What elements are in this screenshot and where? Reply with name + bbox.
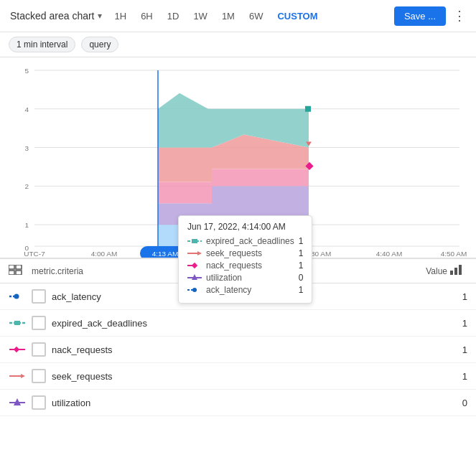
svg-rect-41 <box>9 265 14 269</box>
dropdown-icon: ▾ <box>98 11 102 21</box>
expired-icon <box>187 238 202 245</box>
tooltip-val-nack: 1 <box>299 260 304 271</box>
time-1h-button[interactable]: 1H <box>109 7 133 25</box>
tooltip-val-seek: 1 <box>299 248 304 258</box>
time-1w-button[interactable]: 1W <box>187 7 213 25</box>
toolbar: Stacked area chart ▾ 1H 6H 1D 1W 1M 6W C… <box>0 0 476 32</box>
chart-container[interactable]: 5 4 3 2 1 0 4:13 AM ✕ <box>0 57 476 258</box>
nack-value: 1 <box>439 344 467 355</box>
nack-series-icon <box>9 345 26 354</box>
tooltip-label-nack: nack_requests <box>206 260 294 271</box>
seek-series-icon <box>9 372 26 380</box>
svg-text:5: 5 <box>24 67 29 75</box>
util-icon <box>187 274 202 281</box>
grid-icon <box>9 265 23 275</box>
svg-rect-51 <box>14 321 20 325</box>
expired-series-icon <box>9 319 26 327</box>
seek-icon <box>187 250 202 257</box>
chart-tooltip: Jun 17, 2022, 4:14:00 AM expired_ack_dea… <box>178 215 312 304</box>
tooltip-val-expired: 1 <box>299 236 304 246</box>
save-button[interactable]: Save ... <box>394 6 446 26</box>
ack-latency-value: 1 <box>439 291 467 302</box>
table-row[interactable]: expired_ack_deadlines 1 <box>0 310 476 337</box>
svg-rect-46 <box>454 268 457 275</box>
svg-rect-42 <box>16 265 22 269</box>
nack-checkbox[interactable] <box>32 342 46 357</box>
bar-chart-icon <box>450 265 462 275</box>
table-header-chart <box>450 265 467 277</box>
svg-text:3: 3 <box>24 144 29 152</box>
svg-marker-55 <box>21 374 25 378</box>
table-header-value: Value <box>404 266 447 276</box>
svg-rect-45 <box>450 271 453 275</box>
util-checkbox[interactable] <box>32 395 46 410</box>
util-triangle-icon <box>9 398 25 407</box>
util-name: utilization <box>52 398 439 408</box>
svg-text:UTC-7: UTC-7 <box>24 250 45 258</box>
table-row[interactable]: seek_requests 1 <box>0 363 476 390</box>
tooltip-val-util: 0 <box>299 273 304 283</box>
tooltip-title: Jun 17, 2022, 4:14:00 AM <box>187 222 303 232</box>
seek-name: seek_requests <box>52 371 439 382</box>
nack-icon <box>187 262 202 269</box>
expired-value: 1 <box>439 318 467 329</box>
tooltip-label-expired: expired_ack_deadlines <box>206 236 294 246</box>
ack-icon <box>187 286 202 294</box>
tooltip-row-util: utilization 0 <box>187 273 303 283</box>
svg-point-49 <box>14 294 19 299</box>
interval-pill[interactable]: 1 min interval <box>9 37 75 52</box>
svg-text:4:13 AM: 4:13 AM <box>152 250 179 258</box>
svg-rect-43 <box>9 271 14 275</box>
svg-marker-34 <box>197 251 202 255</box>
time-1d-button[interactable]: 1D <box>162 7 185 25</box>
svg-text:4:50 AM: 4:50 AM <box>441 250 467 258</box>
query-pill[interactable]: query <box>81 37 118 52</box>
time-6h-button[interactable]: 6H <box>135 7 159 25</box>
ack-latency-series-icon <box>9 292 26 301</box>
nack-name: nack_requests <box>52 344 439 355</box>
chart-title-label: Stacked area chart <box>10 10 95 22</box>
time-custom-button[interactable]: CUSTOM <box>271 7 323 25</box>
tooltip-label-ack: ack_latency <box>206 285 294 295</box>
svg-rect-47 <box>459 265 462 275</box>
seek-checkbox[interactable] <box>32 369 46 383</box>
chart-title-dropdown[interactable]: Stacked area chart ▾ <box>6 7 106 24</box>
svg-rect-53 <box>14 347 19 352</box>
tooltip-row-expired: expired_ack_deadlines 1 <box>187 236 303 246</box>
table-row[interactable]: utilization 0 <box>0 390 476 416</box>
svg-text:1: 1 <box>24 221 29 229</box>
svg-text:4:00 AM: 4:00 AM <box>91 250 118 258</box>
svg-rect-36 <box>192 263 197 268</box>
seek-arrow-icon <box>9 372 25 380</box>
table-row[interactable]: nack_requests 1 <box>0 337 476 363</box>
seek-value: 1 <box>439 371 467 382</box>
util-series-icon <box>9 398 26 407</box>
nack-diamond-icon <box>9 345 25 354</box>
tooltip-label-util: utilization <box>206 273 294 283</box>
tooltip-label-seek: seek_requests <box>206 248 294 258</box>
time-1m-button[interactable]: 1M <box>216 7 241 25</box>
ack-latency-checkbox[interactable] <box>32 289 46 304</box>
svg-text:4: 4 <box>24 105 29 113</box>
expired-line-icon <box>9 319 25 327</box>
svg-rect-32 <box>192 239 197 243</box>
time-6w-button[interactable]: 6W <box>243 7 269 25</box>
expired-name: expired_ack_deadlines <box>52 318 439 329</box>
subheader-bar: 1 min interval query <box>0 32 476 57</box>
svg-rect-27 <box>305 106 311 112</box>
util-value: 0 <box>439 398 467 408</box>
svg-rect-44 <box>16 271 22 275</box>
svg-text:4:40 AM: 4:40 AM <box>376 250 403 258</box>
more-options-button[interactable]: ⋮ <box>449 4 470 27</box>
table-header-icon-col <box>9 265 32 277</box>
tooltip-row-seek: seek_requests 1 <box>187 248 303 258</box>
expired-checkbox[interactable] <box>32 316 46 330</box>
tooltip-val-ack: 1 <box>299 285 304 295</box>
svg-point-40 <box>192 288 197 292</box>
tooltip-row-ack: ack_latency 1 <box>187 285 303 295</box>
svg-text:2: 2 <box>24 182 29 190</box>
ack-latency-line-icon <box>9 292 25 301</box>
tooltip-row-nack: nack_requests 1 <box>187 260 303 271</box>
